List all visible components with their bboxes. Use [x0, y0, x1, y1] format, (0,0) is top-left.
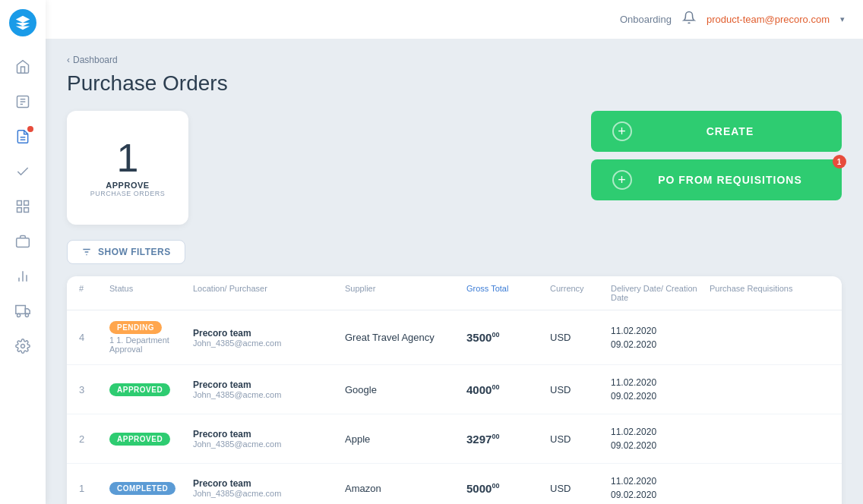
show-filters-button[interactable]: SHOW FILTERS [67, 240, 185, 264]
table-row[interactable]: 3 APPROVED Precoro team John_4385@acme.c… [67, 365, 842, 414]
svg-point-17 [25, 313, 28, 317]
delivery-date: 11.02.2020 [611, 376, 710, 389]
row-supplier: Apple [345, 433, 466, 445]
location-email: John_4385@acme.com [193, 489, 345, 498]
create-button[interactable]: + CREATE [591, 111, 842, 152]
sidebar-item-orders[interactable] [8, 87, 38, 117]
row-gross-total: 500000 [466, 482, 550, 495]
row-location: Precoro team John_4385@acme.com [193, 478, 345, 498]
row-status: APPROVED [109, 383, 193, 396]
po-req-badge: 1 [833, 155, 846, 169]
row-gross-total: 350000 [466, 331, 550, 344]
sidebar [0, 0, 46, 504]
row-currency: USD [550, 384, 611, 395]
gross-total-value: 500000 [466, 482, 499, 495]
app-logo[interactable] [9, 9, 36, 36]
page-title: Purchase Orders [67, 71, 842, 96]
sidebar-badge [27, 126, 33, 132]
approval-note: 1 1. Department Approval [109, 335, 193, 354]
sidebar-item-delivery[interactable] [8, 296, 38, 326]
location-email: John_4385@acme.com [193, 339, 345, 348]
user-email[interactable]: product-team@precoro.com [707, 14, 830, 25]
status-badge: APPROVED [109, 433, 170, 446]
sidebar-item-settings[interactable] [8, 331, 38, 361]
approve-label: APPROVE [106, 181, 149, 190]
col-hash: # [79, 284, 109, 302]
row-location: Precoro team John_4385@acme.com [193, 380, 345, 399]
status-badge: PENDING [109, 321, 162, 334]
sidebar-item-approvals[interactable] [8, 156, 38, 187]
gross-total-value: 400000 [466, 383, 499, 396]
row-status: PENDING 1 1. Department Approval [109, 321, 193, 354]
row-id: 3 [79, 384, 109, 395]
row-status: COMPLETED [109, 482, 193, 495]
svg-rect-8 [17, 208, 22, 213]
delivery-date: 11.02.2020 [611, 324, 710, 338]
row-supplier: Google [345, 384, 466, 395]
breadcrumb-dashboard[interactable]: Dashboard [73, 55, 118, 65]
sidebar-item-home[interactable] [8, 52, 38, 82]
col-delivery-date: Delivery Date/ Creation Date [611, 284, 710, 302]
top-row: 1 APPROVE PURCHASE ORDERS + CREATE + PO … [67, 111, 842, 225]
action-buttons: + CREATE + PO FROM REQUISITIONS 1 [591, 111, 842, 200]
row-status: APPROVED [109, 433, 193, 446]
topbar: Onboarding product-team@precoro.com ▾ [46, 0, 863, 39]
col-gross-total: Gross Total [466, 284, 550, 302]
user-menu-chevron[interactable]: ▾ [840, 14, 845, 24]
col-status: Status [109, 284, 193, 302]
filters-row: SHOW FILTERS [67, 240, 842, 264]
table-row[interactable]: 1 COMPLETED Precoro team John_4385@acme.… [67, 464, 842, 504]
approve-card[interactable]: 1 APPROVE PURCHASE ORDERS [67, 111, 188, 225]
col-purchase-req: Purchase Requisitions [710, 284, 830, 302]
col-supplier: Supplier [345, 284, 466, 302]
create-label: CREATE [640, 125, 820, 137]
breadcrumb: ‹ Dashboard [67, 55, 842, 65]
sidebar-item-inventory[interactable] [8, 226, 38, 257]
row-dates: 11.02.2020 09.02.2020 [611, 376, 710, 403]
sidebar-item-reports[interactable] [8, 261, 38, 291]
row-supplier: Amazon [345, 483, 466, 494]
row-gross-total: 329700 [466, 433, 550, 446]
location-email: John_4385@acme.com [193, 390, 345, 399]
col-location: Location/ Purchaser [193, 284, 345, 302]
svg-rect-7 [24, 201, 29, 206]
table-container: # Status Location/ Purchaser Supplier Gr… [67, 276, 842, 504]
po-req-icon: + [612, 170, 632, 190]
location-name: Precoro team [193, 478, 345, 489]
svg-marker-15 [25, 309, 30, 314]
row-gross-total: 400000 [466, 383, 550, 396]
location-name: Precoro team [193, 380, 345, 390]
status-badge: APPROVED [109, 383, 170, 396]
row-currency: USD [550, 433, 611, 445]
row-currency: USD [550, 483, 611, 494]
gross-total-value: 329700 [466, 433, 499, 446]
sidebar-item-catalog[interactable] [8, 191, 38, 222]
breadcrumb-chevron-icon: ‹ [67, 55, 70, 65]
status-badge: COMPLETED [109, 482, 175, 495]
onboarding-label: Onboarding [620, 14, 672, 25]
svg-point-16 [17, 313, 21, 317]
creation-date: 09.02.2020 [611, 488, 710, 502]
row-id: 2 [79, 433, 109, 445]
creation-date: 09.02.2020 [611, 338, 710, 351]
svg-rect-14 [16, 306, 25, 314]
sidebar-item-purchase-orders[interactable] [8, 121, 38, 152]
main-wrapper: Onboarding product-team@precoro.com ▾ ‹ … [46, 0, 863, 504]
show-filters-label: SHOW FILTERS [98, 247, 171, 257]
row-dates: 11.02.2020 09.02.2020 [611, 474, 710, 502]
table-header: # Status Location/ Purchaser Supplier Gr… [67, 276, 842, 310]
table-row[interactable]: 2 APPROVED Precoro team John_4385@acme.c… [67, 414, 842, 464]
po-requisitions-button[interactable]: + PO FROM REQUISITIONS 1 [591, 159, 842, 200]
svg-rect-9 [24, 208, 29, 213]
row-id: 4 [79, 332, 109, 343]
svg-rect-10 [17, 238, 30, 247]
notification-icon[interactable] [682, 11, 696, 28]
row-currency: USD [550, 332, 611, 343]
location-name: Precoro team [193, 328, 345, 339]
location-name: Precoro team [193, 429, 345, 439]
row-dates: 11.02.2020 09.02.2020 [611, 425, 710, 452]
po-req-label: PO FROM REQUISITIONS [640, 174, 820, 186]
row-location: Precoro team John_4385@acme.com [193, 328, 345, 348]
table-row[interactable]: 4 PENDING 1 1. Department Approval Preco… [67, 310, 842, 365]
creation-date: 09.02.2020 [611, 439, 710, 452]
